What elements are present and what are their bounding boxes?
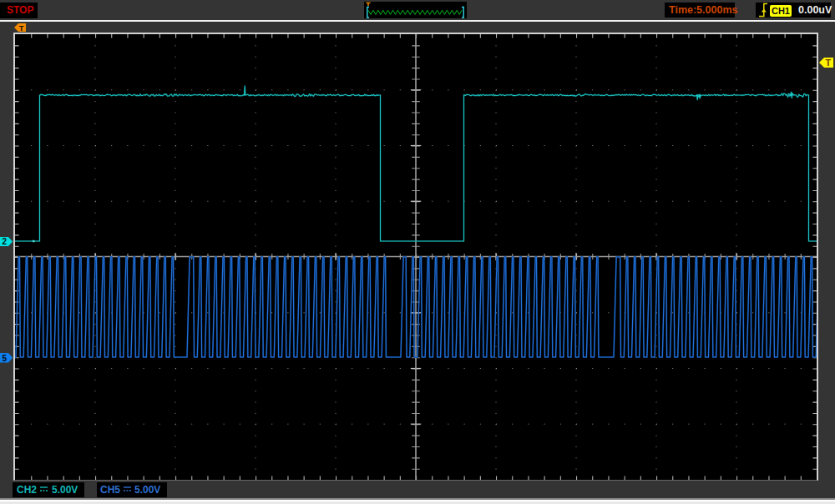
svg-text:2: 2: [2, 237, 7, 246]
svg-text:T: T: [825, 58, 831, 68]
svg-text:5: 5: [2, 354, 7, 363]
svg-text:T: T: [19, 23, 24, 32]
